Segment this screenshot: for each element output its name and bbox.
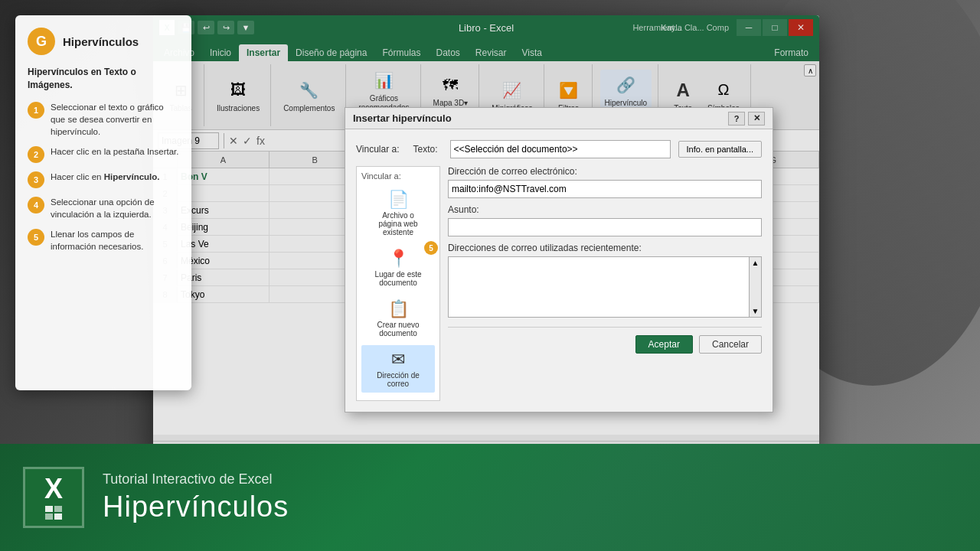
archivo-icon: 📄 bbox=[388, 190, 409, 210]
dialog-title: Insertar hipervínculo bbox=[353, 112, 452, 124]
dialog-help-button[interactable]: ? bbox=[728, 112, 745, 126]
step-text-3: Hacer clic en Hipervínculo. bbox=[51, 171, 160, 183]
vincular-a-label: Vincular a: bbox=[361, 171, 435, 181]
dialog-text-row: Vincular a: Texto: Info. en pantalla... bbox=[356, 140, 762, 158]
texto-input[interactable] bbox=[450, 140, 671, 158]
sidebar-subtitle: Hipervínculos en Texto o Imágenes. bbox=[28, 66, 179, 92]
info-pantalla-button[interactable]: Info. en pantalla... bbox=[678, 141, 762, 158]
insert-hyperlink-dialog: Insertar hipervínculo ? ✕ Vincular a: Te… bbox=[345, 107, 773, 412]
step-text-4: Seleccionar una opción de vinculación a … bbox=[51, 196, 179, 220]
sidebar-step-3: 3 Hacer clic en Hipervínculo. bbox=[28, 171, 179, 188]
bottom-subtitle: Tutorial Interactivo de Excel bbox=[103, 471, 289, 487]
excel-window: X 💾 ↩ ↪ ▼ Libro - Excel Herramient... Ka… bbox=[153, 15, 819, 459]
recently-label: Direcciones de correo utilizadas recient… bbox=[448, 243, 762, 253]
archivo-label: Archivo opágina webexistente bbox=[378, 211, 417, 236]
lugar-label: Lugar de estedocumento bbox=[374, 270, 421, 287]
sidebar-panel: G Hipervínculos Hipervínculos en Texto o… bbox=[15, 15, 191, 390]
step-num-3: 3 bbox=[28, 171, 44, 188]
step-text-1: Seleccionar el texto o gráfico que se de… bbox=[51, 101, 179, 138]
bottom-bar: X Tutorial Interactivo de Excel Hipervín… bbox=[0, 444, 980, 551]
nuevo-icon: 📋 bbox=[388, 299, 409, 319]
vincular-panel: Vincular a: 📄 Archivo opágina webexisten… bbox=[356, 166, 440, 401]
email-input[interactable] bbox=[448, 180, 762, 198]
correo-icon: ✉ bbox=[391, 350, 405, 370]
sidebar-logo: G bbox=[28, 28, 55, 55]
sidebar-step-2: 2 Hacer clic en la pestaña Insertar. bbox=[28, 145, 179, 163]
dialog-right-content: Dirección de correo electrónico: Asunto:… bbox=[448, 166, 762, 401]
step-num-5: 5 bbox=[28, 229, 44, 246]
bottom-title: Hipervínculos bbox=[103, 491, 289, 523]
scroll-down-icon[interactable]: ▼ bbox=[752, 307, 760, 315]
sidebar-title: Hipervínculos bbox=[63, 35, 139, 48]
vincular-archivo[interactable]: 📄 Archivo opágina webexistente bbox=[361, 185, 435, 241]
excel-x-letter: X bbox=[44, 475, 63, 503]
excel-grid-icon bbox=[45, 506, 62, 520]
vincular-nuevo[interactable]: 📋 Crear nuevodocumento bbox=[361, 295, 435, 342]
dialog-title-bar: Insertar hipervínculo ? ✕ bbox=[345, 108, 773, 129]
cancel-button[interactable]: Cancelar bbox=[699, 335, 762, 354]
step-num-4: 4 bbox=[28, 197, 44, 214]
asunto-field-label: Asunto: bbox=[448, 204, 762, 215]
excel-logo: X bbox=[23, 467, 84, 528]
dialog-main-area: Vincular a: 📄 Archivo opágina webexisten… bbox=[356, 166, 762, 401]
dialog-close-button[interactable]: ✕ bbox=[748, 112, 765, 126]
dialog-footer: Aceptar Cancelar bbox=[448, 327, 762, 354]
correo-label: Dirección decorreo bbox=[377, 371, 420, 388]
step-num-1: 1 bbox=[28, 102, 44, 119]
step-text-5: Llenar los campos de información necesar… bbox=[51, 228, 179, 253]
scroll-up-icon[interactable]: ▲ bbox=[752, 259, 760, 267]
texto-label: Texto: bbox=[413, 144, 437, 155]
recently-list: ▲ ▼ bbox=[448, 256, 762, 318]
vincular-correo[interactable]: ✉ Dirección decorreo bbox=[361, 345, 435, 393]
dialog-overlay: Insertar hipervínculo ? ✕ Vincular a: Te… bbox=[153, 15, 819, 459]
sidebar-step-1: 1 Seleccionar el texto o gráfico que se … bbox=[28, 101, 179, 138]
step-badge-5: 5 bbox=[424, 241, 438, 255]
dialog-body: Vincular a: Texto: Info. en pantalla... … bbox=[345, 129, 773, 412]
step-text-2: Hacer clic en la pestaña Insertar. bbox=[51, 145, 178, 158]
step-num-2: 2 bbox=[28, 146, 44, 163]
lugar-icon: 📍 bbox=[388, 249, 409, 269]
vincular-lugar[interactable]: 5 📍 Lugar de estedocumento bbox=[361, 244, 435, 292]
email-field-label: Dirección de correo electrónico: bbox=[448, 166, 762, 177]
bottom-text: Tutorial Interactivo de Excel Hipervíncu… bbox=[103, 471, 289, 523]
sidebar-step-5: 5 Llenar los campos de información neces… bbox=[28, 228, 179, 253]
asunto-input[interactable] bbox=[448, 218, 762, 236]
nuevo-label: Crear nuevodocumento bbox=[377, 321, 419, 337]
sidebar-step-4: 4 Seleccionar una opción de vinculación … bbox=[28, 196, 179, 220]
vincular-label: Vincular a: bbox=[356, 144, 399, 155]
accept-button[interactable]: Aceptar bbox=[635, 335, 693, 354]
